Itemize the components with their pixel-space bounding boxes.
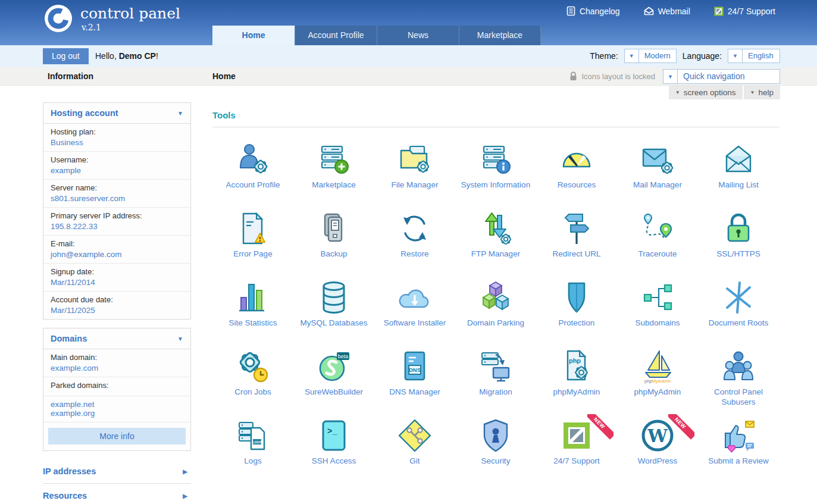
logout-button[interactable]: Log out xyxy=(43,48,89,64)
more-info-button[interactable]: More info xyxy=(48,428,186,444)
tool-surewebbuilder[interactable]: beta SureWebBuilder xyxy=(293,349,374,418)
theme-dropdown-arrow-icon[interactable]: ▼ xyxy=(625,49,639,62)
domains-header[interactable]: Domains ▼ xyxy=(43,328,190,349)
tool-document-roots[interactable]: Document Roots xyxy=(698,280,779,349)
tool-label: phpMyAdmin xyxy=(551,387,603,397)
ftp-manager-icon xyxy=(478,211,514,246)
language-dropdown-arrow-icon[interactable]: ▼ xyxy=(728,49,743,62)
user-name: Demo CP xyxy=(119,51,156,61)
tool-label: Account Profile xyxy=(224,180,283,190)
tool-backup[interactable]: Backup xyxy=(293,211,374,280)
tab-news[interactable]: News xyxy=(377,26,459,45)
parked-domain[interactable]: example.net xyxy=(51,400,183,409)
tool-site-statistics[interactable]: Site Statistics xyxy=(212,280,293,349)
wordpress-w-text: W xyxy=(647,425,668,446)
tool-247-support[interactable]: NEW 24/7 Support xyxy=(536,418,617,487)
language-select[interactable]: ▼ English xyxy=(728,49,780,63)
tool-mailing-list[interactable]: Mailing List xyxy=(698,142,779,211)
row-label: Account due date: xyxy=(51,295,183,304)
tool-dns-manager[interactable]: DNS DNS Manager xyxy=(374,349,455,418)
logo[interactable]: control panel v.2.1 xyxy=(44,4,180,33)
row-label: Signup date: xyxy=(51,267,183,276)
collapse-caret-icon[interactable]: ▼ xyxy=(177,110,183,117)
tool-ftp-manager[interactable]: FTP Manager xyxy=(455,211,536,280)
tool-domain-parking[interactable]: Domain Parking xyxy=(455,280,536,349)
tool-mail-manager[interactable]: Mail Manager xyxy=(617,142,698,211)
subusers-icon xyxy=(721,349,756,384)
row-value[interactable]: Mar/11/2025 xyxy=(51,306,183,315)
tool-ssh-access[interactable]: >_ SSH Access xyxy=(293,418,374,487)
row-value[interactable]: example xyxy=(51,166,183,175)
tool-protection[interactable]: Protection xyxy=(536,280,617,349)
main-tabs: Home Account Profile News Marketplace xyxy=(212,26,541,45)
lock-text: Icons layout is locked xyxy=(581,72,655,81)
row-value[interactable]: john@example.com xyxy=(51,250,183,259)
row-value[interactable]: 195.8.222.33 xyxy=(51,222,183,231)
tool-submit-a-review[interactable]: Submit a Review xyxy=(698,418,779,487)
language-label: Language: xyxy=(683,51,722,61)
expand-caret-icon: ▶ xyxy=(183,468,187,475)
help-label: help xyxy=(758,88,774,97)
tool-traceroute[interactable]: Traceroute xyxy=(617,211,698,280)
theme-select[interactable]: ▼ Modern xyxy=(624,49,677,63)
tool-subdomains[interactable]: Subdomains xyxy=(617,280,698,349)
tool-resources[interactable]: Resources xyxy=(536,142,617,211)
row-value[interactable]: s801.sureserver.com xyxy=(51,194,183,203)
support-link[interactable]: 24/7 Support xyxy=(714,6,775,16)
row-value[interactable]: Business xyxy=(51,138,183,147)
tool-software-installer[interactable]: Software Installer xyxy=(374,280,455,349)
tool-mysql-databases[interactable]: MySQL Databases xyxy=(293,280,374,349)
tool-phpmyadmin[interactable]: phpMyAdmin phpMyAdmin xyxy=(617,349,698,418)
tab-marketplace[interactable]: Marketplace xyxy=(459,26,541,45)
tool-php-settings[interactable]: php phpMyAdmin xyxy=(536,349,617,418)
screen-options-button[interactable]: ▼ screen options xyxy=(669,86,743,99)
webmail-link[interactable]: Webmail xyxy=(644,6,690,16)
greeting-row: Log out Hello, Demo CP! Theme: ▼ Modern … xyxy=(0,45,817,67)
tool-security[interactable]: Security xyxy=(455,418,536,487)
logo-text: control panel v.2.1 xyxy=(80,4,180,32)
document-roots-icon xyxy=(721,280,756,315)
logo-c-icon xyxy=(44,4,73,33)
quick-nav-arrow-icon[interactable]: ▼ xyxy=(663,70,678,83)
tool-ssl-https[interactable]: SSL/HTTPS xyxy=(698,211,779,280)
row-value[interactable]: Mar/11/2014 xyxy=(51,278,183,287)
mailing-list-icon xyxy=(721,142,756,177)
row-value[interactable]: example.com xyxy=(51,364,183,372)
tab-home[interactable]: Home xyxy=(212,26,295,45)
tool-error-page[interactable]: Error Page xyxy=(212,211,293,280)
parked-domain[interactable]: example.org xyxy=(51,409,183,418)
tool-logs[interactable]: LOGS Logs xyxy=(212,418,293,487)
tool-label: 24/7 Support xyxy=(551,456,602,467)
info-strip: Information Home Icons layout is locked … xyxy=(0,67,817,86)
help-button[interactable]: ▼ help xyxy=(744,86,780,99)
tool-redirect-url[interactable]: Redirect URL xyxy=(536,211,617,280)
tab-account-profile[interactable]: Account Profile xyxy=(295,26,377,45)
tool-label: DNS Manager xyxy=(387,387,443,397)
collapse-caret-icon[interactable]: ▼ xyxy=(177,336,183,342)
file-manager-icon xyxy=(397,142,433,177)
quick-navigation-select[interactable]: ▼ Quick navigation xyxy=(663,69,780,84)
lock-icon xyxy=(569,71,577,81)
tool-restore[interactable]: Restore xyxy=(374,211,455,280)
tool-label: Restore xyxy=(398,249,431,259)
tool-migration[interactable]: Migration xyxy=(455,349,536,418)
tool-control-panel-subusers[interactable]: Control Panel Subusers xyxy=(698,349,779,418)
tool-account-profile[interactable]: Account Profile xyxy=(212,142,293,211)
hosting-account-header[interactable]: Hosting account ▼ xyxy=(43,103,190,124)
sidebar-item-ip-addresses[interactable]: IP addresses ▶ xyxy=(43,459,191,484)
tool-system-information[interactable]: System Information xyxy=(455,142,536,211)
marketplace-icon xyxy=(316,142,352,177)
tool-marketplace[interactable]: Marketplace xyxy=(293,142,374,211)
protection-icon xyxy=(559,280,594,315)
tool-git[interactable]: Git xyxy=(374,418,455,487)
ssl-https-icon xyxy=(721,211,756,246)
tool-wordpress[interactable]: W NEW WordPress xyxy=(617,418,698,487)
tool-file-manager[interactable]: File Manager xyxy=(374,142,455,211)
tool-cron-jobs[interactable]: Cron Jobs xyxy=(212,349,293,418)
ssh-access-icon: >_ xyxy=(316,418,352,453)
tool-label: System Information xyxy=(459,180,533,190)
sidebar-item-resources[interactable]: Resources ▶ xyxy=(43,484,191,504)
php-settings-icon: php xyxy=(559,349,594,384)
icons-lock-status: Icons layout is locked xyxy=(569,71,655,81)
changelog-link[interactable]: Changelog xyxy=(566,6,620,16)
